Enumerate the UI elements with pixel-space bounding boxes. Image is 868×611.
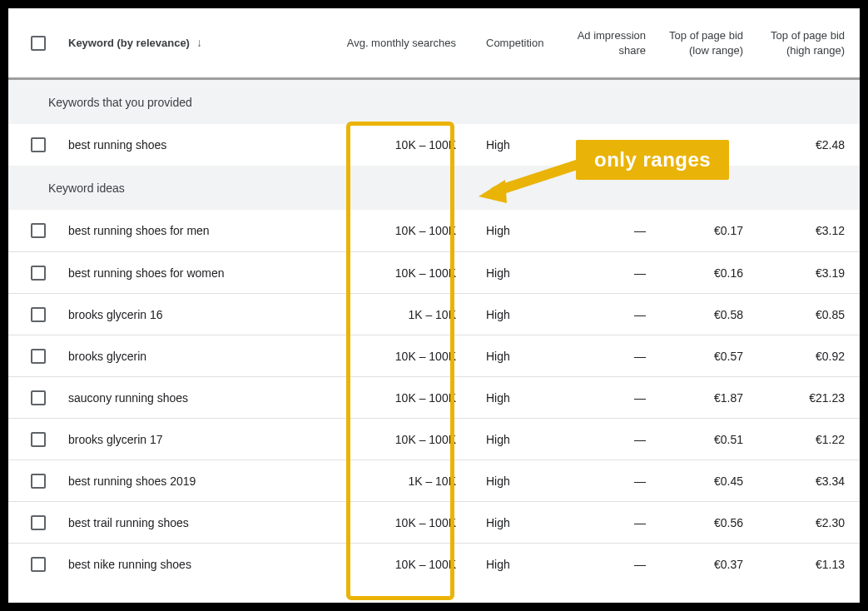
table-row[interactable]: best running shoes10K – 100KHigh€2.48	[8, 124, 860, 166]
cell-impression-share: —	[569, 308, 661, 321]
cell-bid-low: €0.51	[661, 433, 758, 446]
cell-competition: High	[471, 474, 569, 488]
table-row[interactable]: best running shoes 20191K – 10KHigh—€0.4…	[8, 459, 860, 501]
header-impression-share[interactable]: Ad impression share	[569, 28, 661, 57]
cell-bid-high: €1.13	[758, 558, 860, 571]
cell-impression-share: —	[569, 558, 661, 571]
cell-competition: High	[471, 308, 569, 321]
table-row[interactable]: brooks glycerin 1710K – 100KHigh—€0.51€1…	[8, 418, 860, 459]
cell-avg-searches: 1K – 10K	[310, 474, 471, 488]
row-checkbox[interactable]	[31, 515, 46, 530]
cell-keyword: best running shoes for men	[68, 224, 310, 237]
row-checkbox-cell	[8, 557, 68, 572]
cell-impression-share: —	[569, 350, 661, 363]
row-checkbox-cell	[8, 137, 68, 152]
cell-bid-low: €0.16	[661, 266, 758, 280]
cell-impression-share: —	[569, 433, 661, 446]
header-keyword[interactable]: Keyword (by relevance) ↓	[68, 35, 310, 51]
row-checkbox[interactable]	[31, 432, 46, 447]
cell-impression-share: —	[569, 391, 661, 405]
cell-bid-low: €0.37	[661, 558, 758, 571]
row-checkbox-cell	[8, 432, 68, 447]
cell-avg-searches: 1K – 10K	[310, 308, 471, 321]
cell-keyword: best nike running shoes	[68, 558, 310, 571]
cell-keyword: saucony running shoes	[68, 391, 310, 405]
table-row[interactable]: best nike running shoes10K – 100KHigh—€0…	[8, 543, 860, 584]
row-checkbox-cell	[8, 307, 68, 322]
cell-avg-searches: 10K – 100K	[310, 224, 471, 237]
header-bid-low[interactable]: Top of page bid (low range)	[661, 28, 758, 57]
cell-keyword: best running shoes	[68, 138, 310, 152]
cell-keyword: best trail running shoes	[68, 516, 310, 529]
cell-avg-searches: 10K – 100K	[310, 433, 471, 446]
row-checkbox-cell	[8, 349, 68, 364]
row-checkbox[interactable]	[31, 223, 46, 238]
cell-avg-searches: 10K – 100K	[310, 558, 471, 571]
row-checkbox[interactable]	[31, 557, 46, 572]
cell-impression-share: —	[569, 516, 661, 529]
cell-keyword: best running shoes 2019	[68, 474, 310, 488]
row-checkbox-cell	[8, 515, 68, 530]
header-avg-searches[interactable]: Avg. monthly searches	[310, 36, 471, 51]
row-checkbox-cell	[8, 474, 68, 489]
table-row[interactable]: saucony running shoes10K – 100KHigh—€1.8…	[8, 376, 860, 418]
cell-impression-share: —	[569, 224, 661, 237]
cell-impression-share: —	[569, 474, 661, 488]
select-all-checkbox[interactable]	[31, 36, 46, 51]
row-checkbox[interactable]	[31, 266, 46, 281]
section-keyword-ideas: Keyword ideas	[8, 166, 860, 210]
cell-competition: High	[471, 433, 569, 446]
header-keyword-label: Keyword (by relevance)	[68, 36, 190, 51]
section-provided-keywords: Keywords that you provided	[8, 80, 860, 124]
cell-bid-high: €3.12	[758, 224, 860, 237]
cell-competition: High	[471, 350, 569, 363]
row-checkbox-cell	[8, 223, 68, 238]
annotation-only-ranges: only ranges	[576, 140, 729, 180]
cell-avg-searches: 10K – 100K	[310, 516, 471, 529]
row-checkbox[interactable]	[31, 349, 46, 364]
header-competition[interactable]: Competition	[471, 36, 569, 51]
header-bid-high[interactable]: Top of page bid (high range)	[758, 28, 860, 57]
sort-descending-icon: ↓	[196, 35, 202, 51]
cell-bid-high: €1.22	[758, 433, 860, 446]
table-row[interactable]: brooks glycerin 161K – 10KHigh—€0.58€0.8…	[8, 293, 860, 335]
cell-competition: High	[471, 138, 569, 152]
cell-impression-share: —	[569, 266, 661, 280]
cell-avg-searches: 10K – 100K	[310, 266, 471, 280]
cell-avg-searches: 10K – 100K	[310, 391, 471, 405]
cell-bid-high: €2.30	[758, 516, 860, 529]
cell-bid-low: €0.56	[661, 516, 758, 529]
cell-bid-high: €0.85	[758, 308, 860, 321]
keyword-table-panel: Keyword (by relevance) ↓ Avg. monthly se…	[8, 8, 860, 603]
row-checkbox[interactable]	[31, 390, 46, 405]
cell-bid-low: €0.57	[661, 350, 758, 363]
cell-keyword: brooks glycerin 17	[68, 433, 310, 446]
cell-competition: High	[471, 266, 569, 280]
table-row[interactable]: brooks glycerin10K – 100KHigh—€0.57€0.92	[8, 335, 860, 376]
cell-bid-high: €21.23	[758, 391, 860, 405]
table-header-row: Keyword (by relevance) ↓ Avg. monthly se…	[8, 8, 860, 80]
cell-bid-high: €0.92	[758, 350, 860, 363]
table-row[interactable]: best running shoes for men10K – 100KHigh…	[8, 210, 860, 251]
cell-bid-low: €0.45	[661, 474, 758, 488]
cell-competition: High	[471, 224, 569, 237]
table-row[interactable]: best running shoes for women10K – 100KHi…	[8, 251, 860, 293]
cell-keyword: brooks glycerin 16	[68, 308, 310, 321]
cell-competition: High	[471, 558, 569, 571]
table-row[interactable]: best trail running shoes10K – 100KHigh—€…	[8, 501, 860, 543]
cell-bid-low: €0.17	[661, 224, 758, 237]
cell-competition: High	[471, 391, 569, 405]
row-checkbox[interactable]	[31, 474, 46, 489]
cell-bid-high: €3.34	[758, 474, 860, 488]
cell-bid-low: €1.87	[661, 391, 758, 405]
row-checkbox-cell	[8, 266, 68, 281]
row-checkbox-cell	[8, 390, 68, 405]
cell-avg-searches: 10K – 100K	[310, 138, 471, 152]
row-checkbox[interactable]	[31, 307, 46, 322]
row-checkbox[interactable]	[31, 137, 46, 152]
cell-keyword: brooks glycerin	[68, 350, 310, 363]
cell-bid-low: €0.58	[661, 308, 758, 321]
cell-keyword: best running shoes for women	[68, 266, 310, 280]
cell-bid-high: €3.19	[758, 266, 860, 280]
header-checkbox-cell	[8, 36, 68, 51]
